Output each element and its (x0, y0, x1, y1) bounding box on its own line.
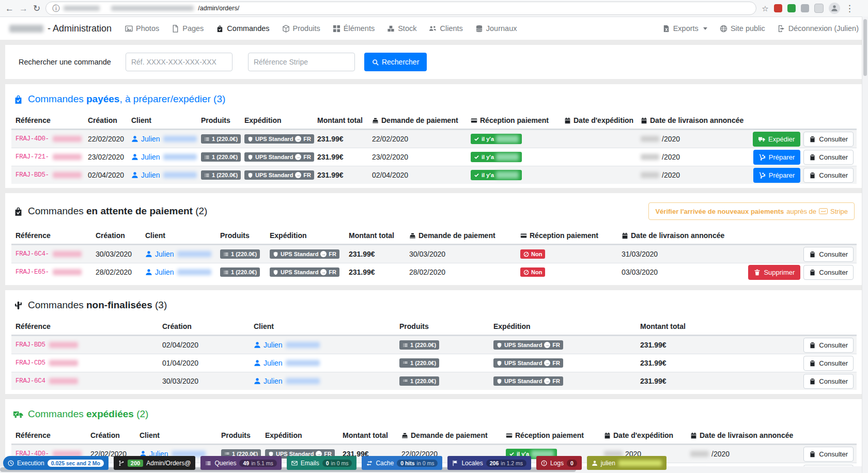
sign-out-icon (778, 25, 785, 33)
view-button[interactable]: Consulter (803, 356, 854, 371)
shipping-badge: UPS Standard→FR (270, 249, 339, 259)
stripe-ref-input[interactable] (248, 53, 355, 71)
profile-avatar[interactable] (829, 3, 840, 14)
person-icon (145, 250, 152, 258)
arrow-right-circle-icon: → (544, 360, 550, 366)
prepare-button[interactable]: Préparer (753, 150, 801, 165)
products-badge: 1 (220.0€) (220, 267, 260, 277)
back-icon[interactable]: ← (5, 4, 14, 13)
check-stripe-payments-button[interactable]: Vérifier l'arrivée de nouveaux paiements… (648, 202, 855, 220)
redacted-time (496, 153, 519, 161)
table-row: FRAJ-721- 23/02/2020 Julien 1 (220.0€) U… (11, 148, 857, 166)
client-link[interactable]: Julien (141, 135, 160, 143)
arrow-right-circle-icon: → (544, 342, 550, 348)
toolbar-route[interactable]: 200Admin/Orders@ (114, 456, 196, 470)
clipboard-icon (809, 378, 816, 385)
client-link[interactable]: Julien (264, 377, 283, 385)
nav-item-photos[interactable]: Photos (125, 24, 159, 33)
client-link[interactable]: Julien (141, 153, 160, 161)
list-icon (205, 460, 211, 466)
bookmark-star-icon[interactable]: ☆ (762, 5, 768, 12)
admin-navbar: - Administration Photos Pages Commandes … (0, 17, 868, 40)
cash-register-icon (401, 432, 408, 439)
view-button[interactable]: Consulter (803, 265, 854, 280)
nav-item-elements[interactable]: Éléments (333, 24, 375, 33)
client-link[interactable]: Julien (264, 359, 283, 367)
ban-icon (523, 251, 529, 257)
prepare-button[interactable]: Préparer (753, 168, 801, 183)
person-icon (592, 460, 598, 466)
trash-icon (754, 269, 761, 276)
nav-item-commandes[interactable]: Commandes (216, 24, 269, 33)
nav-item-journaux[interactable]: Journaux (475, 24, 517, 33)
delete-button[interactable]: Supprimer (748, 265, 800, 280)
calendar-icon (564, 117, 571, 124)
nav-item-stock[interactable]: Stock (387, 24, 416, 33)
view-button[interactable]: Consulter (803, 447, 854, 462)
list-icon (204, 136, 210, 142)
toolbar-cache[interactable]: Cache0 hitsin 0 ms (362, 456, 442, 470)
url-bar[interactable]: ⓘ /admin/orders/ (45, 2, 756, 15)
view-button[interactable]: Consulter (803, 150, 854, 165)
nav-item-produits[interactable]: Produits (282, 24, 320, 33)
debug-toolbar: Execution0.025 sec and 2 Mo 200Admin/Ord… (3, 456, 667, 470)
extension-icon[interactable] (787, 4, 796, 12)
order-ref: FRAJ-721- (16, 153, 49, 161)
view-button[interactable]: Consulter (803, 247, 854, 262)
table-row: FRAJ-6C4 30/03/2020 Julien 1 (220.0€) UP… (11, 372, 857, 390)
view-button[interactable]: Consulter (803, 132, 854, 147)
client-link[interactable]: Julien (155, 268, 174, 276)
clipboard-icon (809, 136, 816, 143)
redacted-date (641, 154, 659, 160)
nav-item-clients[interactable]: Clients (429, 24, 462, 33)
toolbar-execution[interactable]: Execution0.025 sec and 2 Mo (3, 456, 109, 470)
vertical-scrollbar[interactable] (862, 17, 868, 473)
products-badge: 1 (220.0€) (399, 340, 439, 350)
person-icon (131, 135, 138, 143)
nav-item-deconnexion[interactable]: Déconnexion (Julien) (778, 24, 859, 33)
bag-check-icon (13, 94, 23, 104)
view-button[interactable]: Consulter (803, 168, 854, 183)
nav-item-pages[interactable]: Pages (172, 24, 204, 33)
client-link[interactable]: Julien (141, 171, 160, 179)
nav-item-exports[interactable]: Exports (662, 24, 707, 33)
order-ref: FRAJ-6C4- (16, 250, 49, 258)
view-button[interactable]: Consulter (803, 338, 854, 353)
order-ref: FRAJ-6C4 (16, 377, 45, 385)
vertical-scrollbar-thumb[interactable] (863, 19, 867, 76)
toolbar-user[interactable]: julien (587, 456, 667, 470)
truck-check-icon (13, 409, 23, 419)
client-link[interactable]: Julien (264, 341, 283, 349)
client-link[interactable]: Julien (155, 250, 174, 258)
forward-icon[interactable]: → (19, 4, 28, 13)
arrow-right-circle-icon: → (295, 136, 301, 142)
toolbar-logs[interactable]: Logs0 (536, 456, 582, 470)
refresh-icon[interactable]: ↻ (33, 4, 40, 13)
arrow-right-circle-icon: → (295, 172, 301, 178)
redacted-client-name (177, 269, 211, 275)
nav-item-site-public[interactable]: Site public (720, 24, 765, 33)
redacted-ref (49, 378, 78, 384)
browser-menu-icon[interactable]: ⋮ (845, 4, 854, 13)
view-button[interactable]: Consulter (803, 374, 854, 389)
arrow-right-circle-icon: → (544, 378, 550, 384)
dolly-icon (759, 154, 766, 161)
redacted-ref (53, 269, 82, 275)
calendar-icon (622, 232, 628, 239)
ship-button[interactable]: Expédier (753, 132, 800, 147)
order-ref-input[interactable] (126, 53, 233, 71)
page-info-icon[interactable]: ⓘ (52, 5, 59, 12)
extension-icon[interactable] (774, 4, 782, 12)
toolbar-queries[interactable]: Queries49in 5.1 ms (200, 456, 281, 470)
search-button[interactable]: Rechercher (364, 53, 427, 71)
toolbar-locales[interactable]: Locales206in 1.2 ms (447, 456, 531, 470)
redacted-client-name (163, 154, 197, 160)
arrow-right-circle-icon: → (295, 154, 301, 160)
bag-icon (13, 207, 23, 216)
extension-icon[interactable] (814, 4, 824, 13)
extension-icon[interactable] (801, 4, 809, 12)
shield-icon (273, 270, 278, 275)
table-header: Référence Création Client Produits Expéd… (11, 318, 857, 336)
person-icon (131, 153, 138, 161)
toolbar-emails[interactable]: Emails0in 0 ms (287, 456, 357, 470)
